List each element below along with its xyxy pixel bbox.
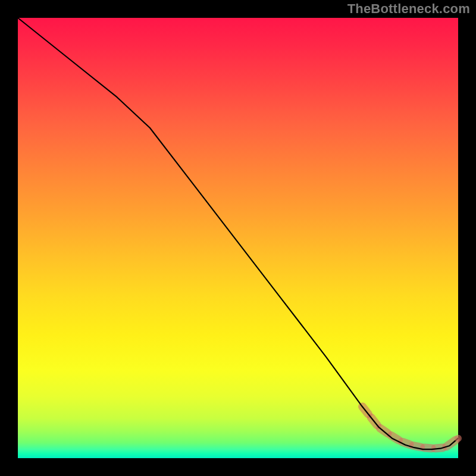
watermark-text: TheBottleneck.com (347, 1, 470, 17)
plot-gradient-area (18, 18, 458, 458)
chart-frame: TheBottleneck.com (0, 0, 476, 476)
